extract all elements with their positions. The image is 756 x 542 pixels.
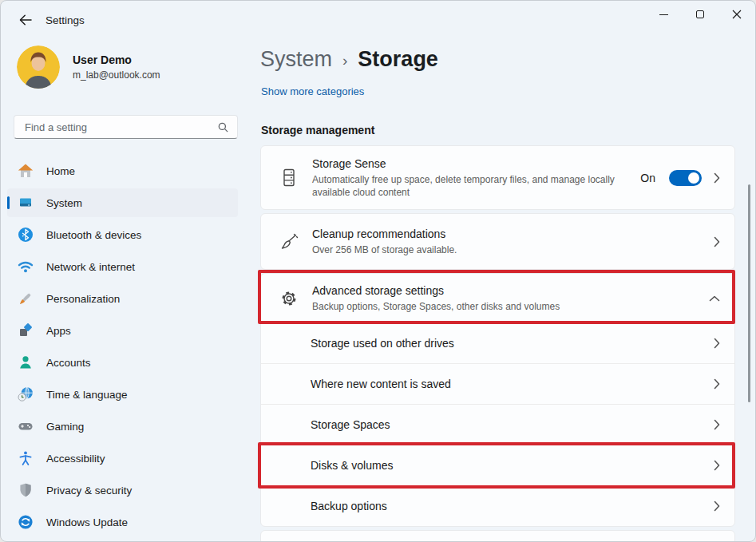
sidebar-item-label: Time & language xyxy=(46,389,128,401)
chevron-right-icon xyxy=(714,500,720,512)
search-input[interactable] xyxy=(23,121,217,134)
sidebar-item-time-language[interactable]: Time & language xyxy=(7,380,238,409)
next-card-partial[interactable] xyxy=(260,530,735,542)
advanced-storage-description: Backup options, Storage Spaces, other di… xyxy=(312,300,667,313)
row-where-new-content-is-saved[interactable]: Where new content is saved xyxy=(261,363,734,404)
sidebar-item-label: Privacy & security xyxy=(46,485,132,497)
back-arrow-icon xyxy=(19,14,32,26)
section-title: Storage management xyxy=(261,124,374,136)
chevron-right-icon xyxy=(714,236,720,247)
sidebar-item-network-internet[interactable]: Network & internet xyxy=(7,252,238,281)
page-title: Storage xyxy=(358,47,438,72)
sidebar-item-label: Home xyxy=(46,165,75,177)
cleanup-recommendations-card[interactable]: Cleanup recommendations Over 256 MB of s… xyxy=(260,213,735,270)
chevron-right-icon xyxy=(714,460,720,471)
search-icon xyxy=(217,121,229,133)
sidebar: User Demo m_lab@outlook.com Home System xyxy=(1,39,256,541)
row-label: Storage Spaces xyxy=(311,418,714,431)
row-storage-spaces[interactable]: Storage Spaces xyxy=(261,404,734,445)
titlebar: Settings xyxy=(1,1,755,39)
storage-drive-icon xyxy=(279,168,299,188)
sidebar-item-accounts[interactable]: Accounts xyxy=(7,348,238,377)
cleanup-description: Over 256 MB of storage available. xyxy=(312,243,667,256)
sidebar-item-system[interactable]: System xyxy=(7,188,238,217)
bluetooth-icon xyxy=(18,227,34,243)
sidebar-item-label: Personalization xyxy=(46,293,120,305)
row-label: Disks & volumes xyxy=(311,459,714,472)
row-label: Storage used on other drives xyxy=(311,337,714,350)
gear-icon xyxy=(279,289,299,308)
row-backup-options[interactable]: Backup options xyxy=(261,485,734,526)
sidebar-item-gaming[interactable]: Gaming xyxy=(7,412,238,441)
sidebar-item-label: Apps xyxy=(46,325,71,337)
sidebar-item-label: System xyxy=(46,197,82,209)
storage-sense-card[interactable]: Storage Sense Automatically free up spac… xyxy=(260,145,735,210)
minimize-button[interactable] xyxy=(645,1,682,28)
user-email: m_lab@outlook.com xyxy=(73,69,160,81)
maximize-button[interactable] xyxy=(682,1,718,28)
breadcrumb: System › Storage xyxy=(260,47,438,72)
breadcrumb-separator: › xyxy=(342,49,347,69)
storage-sense-toggle[interactable] xyxy=(669,170,702,186)
toggle-state-label: On xyxy=(640,172,655,184)
avatar xyxy=(17,45,60,89)
wifi-icon xyxy=(18,259,34,275)
back-button[interactable] xyxy=(12,8,39,32)
close-button[interactable] xyxy=(718,1,755,28)
row-label: Where new content is saved xyxy=(311,378,714,390)
refresh-icon xyxy=(18,514,34,530)
row-label: Backup options xyxy=(311,500,714,512)
caption-buttons xyxy=(645,1,755,28)
chevron-right-icon xyxy=(714,172,720,184)
maximize-icon xyxy=(696,10,704,18)
advanced-storage-settings-row[interactable]: Advanced storage settings Backup options… xyxy=(261,274,734,322)
storage-sense-title: Storage Sense xyxy=(312,156,640,172)
sidebar-item-apps[interactable]: Apps xyxy=(7,316,238,345)
cleanup-text: Cleanup recommendations Over 256 MB of s… xyxy=(299,227,714,256)
toggle-knob xyxy=(688,172,699,184)
person-icon xyxy=(18,354,34,370)
chevron-right-icon xyxy=(714,419,720,430)
main-content: System › Storage Show more categories St… xyxy=(260,39,735,541)
vertical-scrollbar-thumb[interactable] xyxy=(748,184,750,402)
sidebar-item-label: Gaming xyxy=(46,421,84,433)
broom-icon xyxy=(279,232,299,251)
advanced-storage-title: Advanced storage settings xyxy=(312,283,709,299)
sidebar-item-accessibility[interactable]: Accessibility xyxy=(7,444,238,473)
gamepad-icon xyxy=(18,418,34,434)
settings-window: Settings User Demo m_lab@outlook.com xyxy=(0,0,756,542)
sidebar-item-label: Windows Update xyxy=(46,516,128,528)
sidebar-item-personalization[interactable]: Personalization xyxy=(7,284,238,313)
system-icon xyxy=(18,195,34,211)
sidebar-item-windows-update[interactable]: Windows Update xyxy=(7,508,238,536)
sidebar-item-label: Accessibility xyxy=(46,453,105,465)
sidebar-item-home[interactable]: Home xyxy=(7,156,238,185)
sidebar-item-label: Network & internet xyxy=(46,261,135,273)
apps-icon xyxy=(18,322,34,338)
brush-icon xyxy=(18,291,34,307)
sidebar-item-bluetooth-devices[interactable]: Bluetooth & devices xyxy=(7,220,238,249)
row-storage-used-on-other-drives[interactable]: Storage used on other drives xyxy=(261,322,734,363)
search-box[interactable] xyxy=(14,115,238,139)
minimize-icon xyxy=(659,14,668,15)
row-disks-and-volumes[interactable]: Disks & volumes xyxy=(261,445,734,485)
selected-indicator xyxy=(7,196,10,209)
chevron-right-icon xyxy=(714,338,720,349)
clock-globe-icon xyxy=(18,386,34,402)
advanced-storage-text: Advanced storage settings Backup options… xyxy=(299,283,709,313)
advanced-storage-group: Advanced storage settings Backup options… xyxy=(260,273,735,527)
home-icon xyxy=(18,163,34,179)
cleanup-title: Cleanup recommendations xyxy=(312,227,714,242)
shield-icon xyxy=(18,482,34,498)
app-title: Settings xyxy=(46,14,85,26)
user-name: User Demo xyxy=(73,53,160,67)
chevron-right-icon xyxy=(714,378,720,390)
storage-sense-text: Storage Sense Automatically free up spac… xyxy=(299,156,640,199)
breadcrumb-parent[interactable]: System xyxy=(260,47,332,72)
chevron-up-icon xyxy=(709,295,720,302)
settings-cards: Storage Sense Automatically free up spac… xyxy=(260,145,735,542)
show-more-categories-link[interactable]: Show more categories xyxy=(261,85,364,97)
accessibility-icon xyxy=(18,450,34,466)
user-profile[interactable]: User Demo m_lab@outlook.com xyxy=(17,45,160,89)
sidebar-item-privacy-security[interactable]: Privacy & security xyxy=(7,476,238,504)
